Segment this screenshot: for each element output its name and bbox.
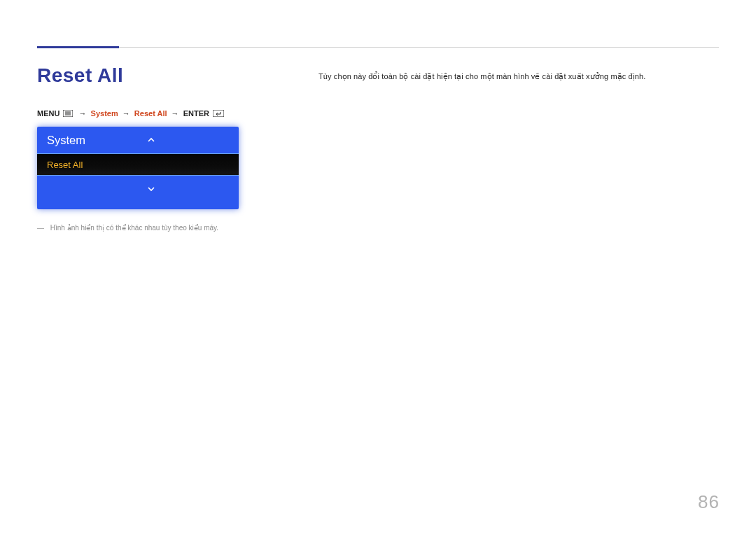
svg-rect-4	[213, 110, 224, 117]
dash-icon: ―	[37, 224, 44, 232]
footnote-text: Hình ảnh hiển thị có thể khác nhau tùy t…	[50, 224, 218, 232]
chevron-up-icon[interactable]	[146, 135, 156, 145]
section-accent-rule	[37, 46, 119, 48]
section-divider	[119, 47, 719, 48]
osd-header: System	[37, 127, 239, 153]
arrow-icon: →	[169, 109, 181, 118]
arrow-icon: →	[120, 109, 132, 118]
breadcrumb-enter: ENTER	[183, 109, 209, 118]
description-text: Tùy chọn này đổi toàn bộ cài đặt hiện tạ…	[318, 72, 645, 81]
page-title: Reset All	[37, 64, 123, 87]
breadcrumb-reset-all: Reset All	[134, 109, 167, 118]
osd-title: System	[37, 134, 85, 147]
enter-icon	[213, 110, 224, 118]
footnote: ― Hình ảnh hiển thị có thể khác nhau tùy…	[37, 224, 218, 232]
arrow-icon: →	[77, 109, 89, 118]
page-number: 86	[698, 491, 720, 513]
menu-icon	[63, 110, 73, 118]
osd-panel: System Reset All	[37, 127, 239, 209]
osd-selected-item[interactable]: Reset All	[37, 153, 239, 176]
breadcrumb: MENU → System → Reset All → ENTER	[37, 109, 225, 118]
osd-footer	[37, 176, 239, 209]
manual-page: Reset All MENU → System → Reset All → EN…	[0, 0, 756, 534]
breadcrumb-menu: MENU	[37, 109, 59, 118]
chevron-down-icon[interactable]	[146, 184, 156, 194]
osd-selected-label: Reset All	[37, 160, 83, 170]
breadcrumb-system: System	[91, 109, 118, 118]
